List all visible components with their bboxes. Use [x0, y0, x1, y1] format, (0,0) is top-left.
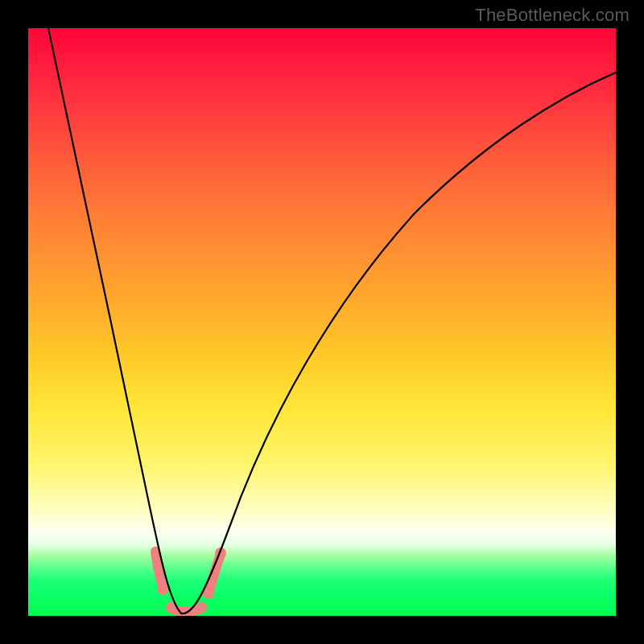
marker-left-dot — [157, 584, 168, 595]
marker-valley — [173, 609, 199, 612]
marker-valley-right-dot — [196, 602, 207, 613]
chart-frame: TheBottleneck.com — [0, 0, 644, 644]
curve-layer — [28, 28, 616, 616]
bottleneck-curve — [48, 28, 616, 613]
plot-area — [28, 28, 616, 616]
watermark-text: TheBottleneck.com — [475, 5, 630, 26]
